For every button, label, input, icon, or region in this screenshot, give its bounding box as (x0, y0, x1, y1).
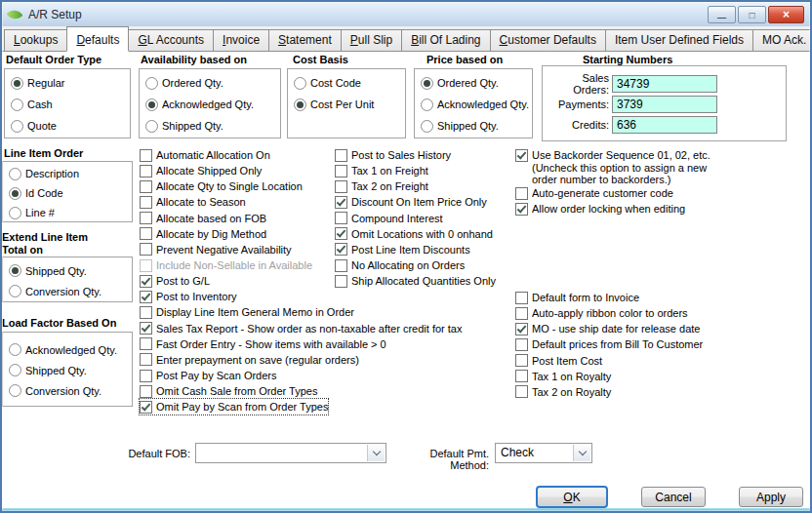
tab-lookups[interactable]: Lookups (4, 29, 67, 52)
checkbox-prevent-negative-availability[interactable]: Prevent Negative Availability (140, 242, 292, 257)
field-input[interactable]: 3739 (612, 96, 717, 113)
radio-quote[interactable]: Quote (5, 115, 130, 137)
default-pmt-method-select[interactable]: Check (495, 443, 592, 463)
tab-mo-ack[interactable]: MO Ack. (752, 29, 812, 52)
checkbox-mo-use-ship-date-for-release-date[interactable]: MO - use ship date for release date (515, 321, 700, 336)
checkbox-allocate-shipped-only[interactable]: Allocate Shipped Only (140, 163, 262, 178)
radio-conversion-qty[interactable]: Conversion Qty. (3, 281, 132, 301)
radio-line[interactable]: Line # (3, 203, 132, 222)
checkbox-post-to-sales-history[interactable]: Post to Sales History (335, 147, 451, 163)
field-label: Credits: (547, 119, 609, 131)
radio-shipped-qty[interactable]: Shipped Qty. (3, 260, 132, 281)
checkbox-omit-locations-with-0-onhand[interactable]: Omit Locations with 0 onhand (335, 226, 493, 242)
radio-shipped-qty[interactable]: Shipped Qty. (415, 115, 532, 137)
checkbox-icon (515, 187, 528, 200)
radio-cost-per-unit[interactable]: Cost Per Unit (288, 94, 405, 115)
radio-ordered-qty[interactable]: Ordered Qty. (140, 72, 280, 94)
checkbox-post-to-inventory[interactable]: Post to Inventory (140, 289, 237, 304)
radio-id-code[interactable]: Id Code (3, 183, 132, 203)
radio-icon (9, 384, 21, 397)
checkbox-discount-on-item-price-only[interactable]: Discount On Item Price Only (335, 194, 487, 210)
checkbox-post-line-item-discounts[interactable]: Post Line Item Discounts (335, 242, 470, 257)
tab-statement[interactable]: Statement (268, 29, 342, 52)
dialog-button-row: OKCancelApply (536, 487, 803, 508)
checkbox-tax-1-on-freight[interactable]: Tax 1 on Freight (335, 163, 428, 178)
radio-acknowledged-qty[interactable]: Acknowledged Qty. (415, 94, 532, 115)
checkbox-label: Allocate based on FOB (156, 213, 266, 224)
checkbox-allocate-by-dig-method[interactable]: Allocate by Dig Method (140, 226, 266, 242)
checkbox-allow-order-locking-when-editing[interactable]: Allow order locking when editing (515, 201, 685, 217)
radio-acknowledged-qty[interactable]: Acknowledged Qty. (140, 94, 280, 115)
checkbox-tax-2-on-freight[interactable]: Tax 2 on Freight (335, 178, 428, 194)
radio-cost-code[interactable]: Cost Code (288, 72, 405, 94)
tab-customer-defaults[interactable]: Customer Defaults (490, 29, 606, 52)
tab-defaults[interactable]: Defaults (66, 26, 129, 52)
checkbox-tax-1-on-royalty[interactable]: Tax 1 on Royalty (515, 369, 611, 384)
group-title-starting-numbers: Starting Numbers (583, 54, 672, 65)
default-fob-select[interactable] (195, 443, 386, 463)
checkbox-default-prices-from-bill-to-customer[interactable]: Default prices from Bill To Customer (515, 336, 703, 352)
checkbox-icon (515, 323, 528, 335)
checkbox-ship-allocated-quantities-only[interactable]: Ship Allocated Quantities Only (335, 273, 496, 289)
checkbox-use-backorder-sequence-01-02-etc[interactable]: Use Backorder Sequence 01, 02, etc. (515, 147, 710, 163)
checkbox-post-to-g-l[interactable]: Post to G/L (140, 273, 210, 289)
checkbox-label: Post Line Item Discounts (351, 244, 470, 256)
checkbox-icon (335, 212, 347, 224)
radio-regular[interactable]: Regular (5, 72, 130, 94)
minimize-button[interactable]: — (708, 6, 736, 23)
tab-pull-slip[interactable]: Pull Slip (341, 29, 402, 52)
tab-invoice[interactable]: Invoice (213, 29, 269, 52)
checkbox-icon (515, 370, 528, 382)
checkbox-icon (515, 203, 528, 216)
checkbox-no-allocating-on-orders[interactable]: No Allocating on Orders (335, 257, 465, 273)
radio-icon (9, 285, 21, 297)
tab-bill-of-lading[interactable]: Bill Of Lading (401, 29, 490, 52)
radio-conversion-qty[interactable]: Conversion Qty. (3, 380, 132, 401)
checkbox-fast-order-entry-show-items-with-available-0[interactable]: Fast Order Entry - Show items with avail… (140, 336, 386, 352)
checkbox-icon (140, 149, 152, 162)
titlebar[interactable]: A/R Setup —□× (2, 2, 810, 26)
radio-shipped-qty[interactable]: Shipped Qty. (3, 360, 132, 380)
checkbox-sales-tax-report-show-order-as-non-taxable-after-credit-for-tax[interactable]: Sales Tax Report - Show order as non-tax… (140, 321, 462, 336)
radio-ordered-qty[interactable]: Ordered Qty. (415, 72, 532, 94)
checkbox-post-item-cost[interactable]: Post Item Cost (515, 353, 602, 369)
field-input[interactable]: 34739 (612, 75, 717, 93)
tab-gl-accounts[interactable]: GL Accounts (128, 29, 214, 52)
checkbox-allocate-to-season[interactable]: Allocate to Season (140, 194, 246, 210)
checkbox-omit-cash-sale-from-order-types[interactable]: Omit Cash Sale from Order Types (140, 383, 317, 399)
checkbox-auto-apply-ribbon-color-to-orders[interactable]: Auto-apply ribbon color to orders (515, 305, 688, 321)
checkbox-label: Auto-apply ribbon color to orders (532, 307, 688, 319)
radio-icon (421, 120, 433, 133)
radio-label: Acknowledged Qty. (25, 344, 117, 356)
tab-item-user-defined-fields[interactable]: Item User Defined Fields (605, 29, 753, 52)
group-price-based-on: Ordered Qty.Acknowledged Qty.Shipped Qty… (414, 68, 533, 138)
checkbox-icon (515, 385, 528, 398)
field-input[interactable]: 636 (612, 116, 717, 134)
default-pmt-method-label: Default Pmt. Method: (389, 448, 489, 471)
checkbox-enter-prepayment-on-save-regular-orders[interactable]: Enter prepayment on save (regular orders… (140, 352, 359, 368)
group-title-extend-line-item-total-on: Extend Line Item Total on (2, 231, 109, 256)
radio-icon (145, 99, 158, 111)
checkbox-column-right-top: Use Backorder Sequence 01, 02, etc.(Unch… (515, 147, 710, 217)
checkbox-display-line-item-general-memo-in-order[interactable]: Display Line Item General Memo in Order (140, 304, 354, 320)
checkbox-automatic-allocation-on[interactable]: Automatic Allocation On (140, 147, 270, 163)
cancel-button[interactable]: Cancel (641, 487, 706, 507)
radio-acknowledged-qty[interactable]: Acknowledged Qty. (3, 339, 132, 360)
radio-description[interactable]: Description (3, 164, 132, 183)
close-button[interactable]: × (768, 6, 804, 23)
radio-shipped-qty[interactable]: Shipped Qty. (140, 115, 280, 137)
apply-button[interactable]: Apply (739, 487, 803, 507)
checkbox-allocate-qty-to-single-location[interactable]: Allocate Qty to Single Location (140, 178, 303, 194)
checkbox-compound-interest[interactable]: Compound Interest (335, 211, 443, 226)
checkbox-omit-pay-by-scan-from-order-types[interactable]: Omit Pay by Scan from Order Types (140, 399, 328, 414)
checkbox-icon (335, 227, 347, 240)
checkbox-icon (335, 149, 347, 162)
checkbox-tax-2-on-royalty[interactable]: Tax 2 on Royalty (515, 384, 611, 400)
checkbox-default-form-to-invoice[interactable]: Default form to Invoice (515, 290, 639, 305)
checkbox-allocate-based-on-fob[interactable]: Allocate based on FOB (140, 211, 266, 226)
maximize-button[interactable]: □ (738, 6, 766, 23)
radio-cash[interactable]: Cash (5, 94, 130, 115)
checkbox-auto-generate-customer-code[interactable]: Auto-generate customer code (515, 185, 673, 201)
checkbox-post-pay-by-scan-orders[interactable]: Post Pay by Scan Orders (140, 368, 277, 383)
ok-button[interactable]: OK (536, 486, 608, 508)
